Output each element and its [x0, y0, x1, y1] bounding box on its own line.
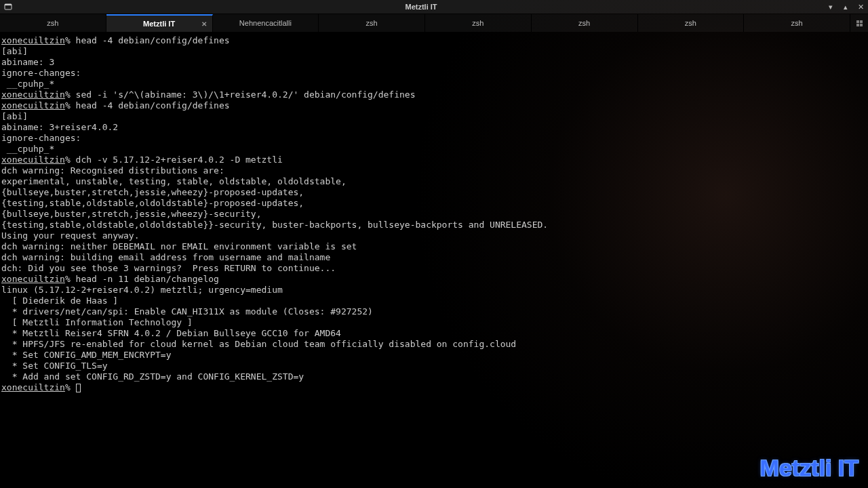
prompt-host: xonecuiltzin	[1, 35, 65, 45]
terminal-line: {testing,stable,oldstable,oldoldstable}-…	[1, 198, 867, 209]
prompt-host: xonecuiltzin	[1, 274, 65, 284]
terminal-line: dch warning: building email address from…	[1, 252, 867, 263]
terminal-line: [abi]	[1, 46, 867, 57]
terminal-cursor	[76, 384, 81, 392]
tab-label: zsh	[791, 19, 803, 27]
terminal-line: ignore-changes:	[1, 68, 867, 79]
prompt-host: xonecuiltzin	[1, 100, 65, 110]
terminal-line: ignore-changes:	[1, 133, 867, 144]
window-title: Metztli IT	[16, 3, 826, 11]
window-minimize-button[interactable]: ▾	[826, 3, 835, 12]
tab-overview-button[interactable]	[850, 14, 868, 32]
terminal-line: xonecuiltzin% dch -v 5.17.12-2+reiser4.0…	[1, 155, 867, 165]
watermark-logo: Metztli IT	[760, 455, 859, 481]
terminal-line: * Metztli Reiser4 SFRN 4.0.2 / Debian Bu…	[1, 328, 867, 339]
tab-1[interactable]: Metztli IT✕	[106, 14, 213, 32]
terminal-line: __cpuhp_*	[1, 144, 867, 155]
terminal-line: xonecuiltzin%	[1, 382, 867, 393]
prompt-symbol: %	[65, 274, 76, 284]
terminal-output[interactable]: xonecuiltzin% head -4 debian/config/defi…	[0, 33, 868, 396]
tab-5[interactable]: zsh	[532, 14, 638, 32]
tab-6[interactable]: zsh	[638, 14, 745, 32]
tab-4[interactable]: zsh	[425, 14, 532, 32]
terminal-command: head -n 11 debian/changelog	[76, 274, 219, 284]
terminal-line: * Set CONFIG_TLS=y	[1, 361, 867, 371]
terminal-line: {bullseye,buster,stretch,jessie,wheezy}-…	[1, 187, 867, 198]
prompt-host: xonecuiltzin	[1, 382, 65, 392]
terminal-line: xonecuiltzin% sed -i 's/^\(abiname: 3\)/…	[1, 89, 867, 100]
terminal-line: * Set CONFIG_AMD_MEM_ENCRYPT=y	[1, 350, 867, 361]
prompt-symbol: %	[65, 100, 76, 110]
tab-label: zsh	[578, 19, 590, 27]
terminal-line: xonecuiltzin% head -4 debian/config/defi…	[1, 35, 867, 46]
prompt-symbol: %	[65, 35, 76, 45]
tab-label: Metztli IT	[143, 20, 175, 28]
app-menu-icon[interactable]	[3, 1, 14, 12]
prompt-host: xonecuiltzin	[1, 155, 65, 165]
grid-icon	[856, 20, 863, 26]
terminal-line: xonecuiltzin% head -n 11 debian/changelo…	[1, 274, 867, 285]
window-close-button[interactable]: ✕	[856, 3, 865, 12]
terminal-line: {testing,stable,oldstable,oldoldstable}}…	[1, 220, 867, 230]
terminal-line: * HPFS/JFS re-enabled for cloud kernel a…	[1, 339, 867, 350]
tab-label: zsh	[366, 19, 378, 27]
terminal-line: dch: Did you see those 3 warnings? Press…	[1, 263, 867, 274]
tab-label: zsh	[47, 19, 58, 27]
tab-7[interactable]: zsh	[744, 14, 850, 32]
terminal-line: {bullseye,buster,stretch,jessie,wheezy}-…	[1, 209, 867, 220]
prompt-symbol: %	[65, 382, 76, 392]
window-titlebar[interactable]: Metztli IT ▾ ▴ ✕	[0, 0, 868, 14]
tab-bar: zshMetztli IT✕Nehnencacitlallizshzshzshz…	[0, 14, 868, 33]
window-maximize-button[interactable]: ▴	[841, 3, 850, 12]
terminal-line: abiname: 3+reiser4.0.2	[1, 122, 867, 133]
tab-label: Nehnencacitlalli	[239, 19, 292, 27]
tab-label: zsh	[472, 19, 484, 27]
terminal-line: dch warning: Recognised distributions ar…	[1, 165, 867, 176]
terminal-command: head -4 debian/config/defines	[76, 35, 230, 45]
terminal-line: Using your request anyway.	[1, 230, 867, 241]
svg-rect-1	[5, 4, 12, 5]
terminal-command: sed -i 's/^\(abiname: 3\)/\1+reiser4.0.2…	[76, 89, 416, 100]
prompt-host: xonecuiltzin	[1, 89, 65, 100]
terminal-line: experimental, unstable, testing, stable,…	[1, 176, 867, 187]
prompt-symbol: %	[65, 155, 76, 165]
terminal-line: xonecuiltzin% head -4 debian/config/defi…	[1, 100, 867, 111]
terminal-line: * drivers/net/can/spi: Enable CAN_HI311X…	[1, 306, 867, 317]
terminal-line: __cpuhp_*	[1, 79, 867, 89]
terminal-line: abiname: 3	[1, 57, 867, 68]
terminal-line: * Add and set CONFIG_RD_ZSTD=y and CONFI…	[1, 371, 867, 382]
terminal-line: [ Diederik de Haas ]	[1, 296, 867, 306]
tab-label: zsh	[685, 19, 696, 27]
terminal-line: [abi]	[1, 111, 867, 122]
terminal-command: dch -v 5.17.12-2+reiser4.0.2 -D metztli	[76, 155, 283, 165]
tab-2[interactable]: Nehnencacitlalli	[213, 14, 319, 32]
tab-3[interactable]: zsh	[319, 14, 425, 32]
tab-0[interactable]: zsh	[0, 14, 106, 32]
tab-close-icon[interactable]: ✕	[201, 20, 207, 28]
terminal-line: dch warning: neither DEBEMAIL nor EMAIL …	[1, 241, 867, 252]
terminal-line: [ Metztli Information Technology ]	[1, 317, 867, 328]
terminal-line: linux (5.17.12-2+reiser4.0.2) metztli; u…	[1, 285, 867, 296]
prompt-symbol: %	[65, 89, 76, 100]
terminal-command: head -4 debian/config/defines	[76, 100, 230, 110]
